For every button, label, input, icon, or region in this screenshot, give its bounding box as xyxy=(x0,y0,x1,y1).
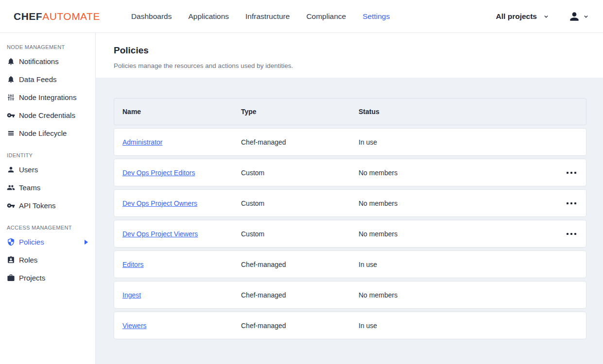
status-cell: No members xyxy=(359,199,552,207)
main-content: Policies Policies manage the resources a… xyxy=(96,33,603,364)
sidebar-item-label: Projects xyxy=(19,274,45,282)
type-cell: Chef-managed xyxy=(241,261,359,268)
shield-icon xyxy=(7,238,15,246)
user-menu[interactable] xyxy=(568,10,589,23)
column-header-type: Type xyxy=(241,108,359,116)
sidebar-item-label: Teams xyxy=(19,183,40,192)
sidebar-item-roles[interactable]: Roles xyxy=(0,251,95,269)
sidebar-item-policies[interactable]: Policies xyxy=(0,233,95,251)
table-row: Dev Ops Project EditorsCustomNo members xyxy=(114,159,586,186)
column-header-name: Name xyxy=(122,108,241,116)
row-menu-button[interactable] xyxy=(564,199,579,208)
sidebar-item-label: Policies xyxy=(19,238,44,246)
status-cell: No members xyxy=(359,230,552,238)
chevron-down-icon xyxy=(543,13,550,20)
status-cell: In use xyxy=(359,322,552,330)
policies-table: NameTypeStatus AdministratorChef-managed… xyxy=(114,98,586,339)
sidebar-item-teams[interactable]: Teams xyxy=(0,179,95,197)
page-header: Policies Policies manage the resources a… xyxy=(96,33,603,78)
type-cell: Chef-managed xyxy=(241,291,359,299)
nav-link-dashboards[interactable]: Dashboards xyxy=(131,12,172,21)
top-nav: CHEFAUTOMATE DashboardsApplicationsInfra… xyxy=(0,0,603,33)
sidebar-item-label: Data Feeds xyxy=(19,75,57,83)
nav-link-applications[interactable]: Applications xyxy=(188,12,229,21)
column-header-status: Status xyxy=(359,108,552,116)
type-cell: Custom xyxy=(241,169,359,177)
nav-right: All projects xyxy=(496,10,589,23)
status-cell: In use xyxy=(359,138,552,146)
sidebar-section-title: ACCESS MANAGEMENT xyxy=(0,223,95,233)
ellipsis-icon xyxy=(567,202,569,204)
sidebar-section-identity: IDENTITYUsersTeamsAPI Tokens xyxy=(0,142,95,215)
chevron-down-icon xyxy=(583,13,589,20)
type-cell: Custom xyxy=(241,199,359,207)
status-cell: No members xyxy=(359,291,552,299)
type-cell: Chef-managed xyxy=(241,138,359,146)
row-menu-button[interactable] xyxy=(564,168,579,178)
expand-arrow-icon[interactable] xyxy=(85,240,88,245)
logo-chef: CHEF xyxy=(14,11,42,22)
table-row: AdministratorChef-managedIn use xyxy=(114,128,586,156)
sidebar-section-title: IDENTITY xyxy=(0,150,95,161)
logo-automate: AUTOMATE xyxy=(42,11,100,22)
sidebar-section-access-management: ACCESS MANAGEMENTPoliciesRolesProjects xyxy=(0,215,95,287)
nav-link-compliance[interactable]: Compliance xyxy=(306,12,346,21)
table-body: AdministratorChef-managedIn useDev Ops P… xyxy=(114,128,586,339)
sidebar-item-api-tokens[interactable]: API Tokens xyxy=(0,197,95,215)
policy-link[interactable]: Editors xyxy=(122,261,241,268)
policy-link[interactable]: Administrator xyxy=(122,138,241,146)
table-row: IngestChef-managedNo members xyxy=(114,281,586,309)
ellipsis-icon xyxy=(567,172,569,174)
sliders-icon xyxy=(7,93,15,101)
sidebar-item-label: API Tokens xyxy=(19,201,56,210)
sidebar-item-node-lifecycle[interactable]: Node Lifecycle xyxy=(0,124,95,142)
table-header-row: NameTypeStatus xyxy=(114,98,586,125)
policy-link[interactable]: Ingest xyxy=(122,291,241,299)
nav-link-infrastructure[interactable]: Infrastructure xyxy=(245,12,290,21)
ellipsis-icon xyxy=(567,233,569,235)
sidebar-item-label: Users xyxy=(19,165,38,174)
status-cell: In use xyxy=(359,261,552,268)
bell-icon xyxy=(7,57,15,66)
sidebar-item-notifications[interactable]: Notifications xyxy=(0,52,95,70)
policy-link[interactable]: Viewers xyxy=(122,322,241,330)
sidebar-item-node-credentials[interactable]: Node Credentials xyxy=(0,106,95,124)
sidebar-item-users[interactable]: Users xyxy=(0,161,95,179)
status-cell: No members xyxy=(359,169,552,177)
bell-icon xyxy=(7,75,15,83)
projects-dropdown-label: All projects xyxy=(496,12,537,21)
list-icon xyxy=(7,129,15,137)
sidebar-item-label: Node Integrations xyxy=(19,93,76,101)
briefcase-icon xyxy=(7,274,15,282)
person-icon xyxy=(7,165,15,174)
key-icon xyxy=(7,201,15,210)
nav-link-settings[interactable]: Settings xyxy=(362,12,390,21)
sidebar-item-label: Roles xyxy=(19,256,37,264)
sidebar-section-node-management: NODE MANAGEMENTNotificationsData FeedsNo… xyxy=(0,34,95,142)
policy-link[interactable]: Dev Ops Project Viewers xyxy=(122,230,241,238)
table-row: ViewersChef-managedIn use xyxy=(114,312,586,339)
id-badge-icon xyxy=(7,256,15,264)
key-icon xyxy=(7,111,15,119)
type-cell: Chef-managed xyxy=(241,322,359,330)
content-area: NameTypeStatus AdministratorChef-managed… xyxy=(96,78,603,364)
sidebar-item-projects[interactable]: Projects xyxy=(0,269,95,287)
table-row: EditorsChef-managedIn use xyxy=(114,250,586,278)
sidebar: NODE MANAGEMENTNotificationsData FeedsNo… xyxy=(0,33,96,364)
people-icon xyxy=(7,183,15,192)
row-menu-button[interactable] xyxy=(564,229,579,239)
table-row: Dev Ops Project OwnersCustomNo members xyxy=(114,189,586,217)
sidebar-item-label: Node Credentials xyxy=(19,111,75,119)
sidebar-item-label: Node Lifecycle xyxy=(19,129,67,137)
table-row: Dev Ops Project ViewersCustomNo members xyxy=(114,220,586,248)
user-avatar-icon xyxy=(568,10,581,23)
sidebar-section-title: NODE MANAGEMENT xyxy=(0,42,95,52)
page-description: Policies manage the resources and action… xyxy=(114,62,586,69)
policy-link[interactable]: Dev Ops Project Owners xyxy=(122,199,241,207)
sidebar-item-data-feeds[interactable]: Data Feeds xyxy=(0,70,95,88)
type-cell: Custom xyxy=(241,230,359,238)
sidebar-item-node-integrations[interactable]: Node Integrations xyxy=(0,88,95,106)
projects-dropdown[interactable]: All projects xyxy=(496,12,550,21)
policy-link[interactable]: Dev Ops Project Editors xyxy=(122,169,241,177)
sidebar-item-label: Notifications xyxy=(19,57,59,66)
